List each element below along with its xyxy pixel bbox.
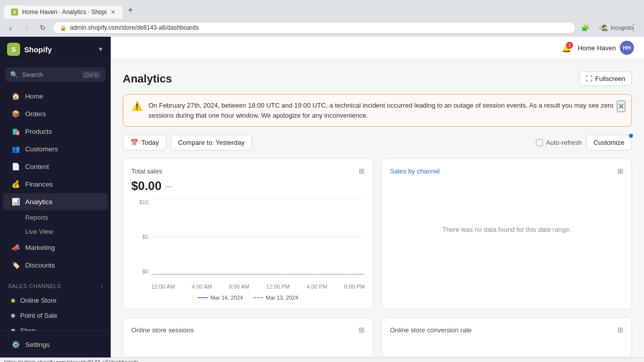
tab-favicon: S xyxy=(11,9,18,16)
sales-channels-expand-icon[interactable]: › xyxy=(101,283,103,290)
sidebar-item-finances[interactable]: 💰 Finances xyxy=(3,175,108,193)
warning-icon: ⚠️ xyxy=(131,101,142,112)
sidebar-item-settings-label: Settings xyxy=(25,341,50,348)
legend-yesterday: Mar 13, 2024 xyxy=(253,295,298,301)
conversion-rate-icon[interactable]: ⊞ xyxy=(617,326,623,334)
compare-button[interactable]: Compare to: Yesterday xyxy=(171,135,252,150)
alert-close-button[interactable]: ✕ xyxy=(617,101,625,112)
total-sales-value: $0.00 — xyxy=(131,179,365,193)
products-icon: 🛍️ xyxy=(11,127,20,136)
fullscreen-icon: ⛶ xyxy=(586,75,592,82)
forward-button[interactable]: › xyxy=(20,21,33,34)
customers-icon: 👥 xyxy=(11,144,20,153)
online-store-sessions-title: Online store sessions xyxy=(131,326,194,334)
close-tab-icon[interactable]: ✕ xyxy=(111,9,116,16)
online-store-sessions-header: Online store sessions ⊞ xyxy=(131,326,365,334)
conversion-rate-header: Online store conversion rate ⊞ xyxy=(390,326,623,334)
x-label-2: 8:00 AM xyxy=(229,284,249,290)
chart-x-axis: 12:00 AM 4:00 AM 8:00 AM 12:00 PM 4:00 P… xyxy=(151,280,365,290)
profile-button[interactable]: 🕵️ Incognito xyxy=(611,21,624,34)
sidebar-item-discounts[interactable]: 🏷️ Discounts xyxy=(3,256,108,274)
sidebar-item-online-store[interactable]: Online Store xyxy=(3,293,108,308)
bottom-cards: Online store sessions ⊞ Online store con… xyxy=(111,309,644,357)
sidebar-item-content-label: Content xyxy=(25,163,49,170)
sidebar-item-pos[interactable]: Point of Sale xyxy=(3,308,108,323)
sidebar-item-analytics[interactable]: 📊 Analytics xyxy=(3,193,108,210)
toolbar-right: Auto-refresh Customize xyxy=(536,135,632,150)
logo-icon: S xyxy=(7,43,20,56)
alert-text: On February 27th, 2024, between 18:00 UT… xyxy=(148,101,623,120)
browser-tab[interactable]: S Home Haven · Analytics · Shopi ✕ xyxy=(4,6,123,19)
content-icon: 📄 xyxy=(11,162,20,171)
date-button[interactable]: 📅 Today xyxy=(123,135,167,150)
total-sales-header: Total sales ⊞ xyxy=(131,167,365,175)
store-name: Home Haven xyxy=(578,44,616,52)
top-bar: 🔔 1 Home Haven HH xyxy=(111,37,644,59)
address-bar[interactable]: 🔒 admin.shopify.com/store/de8143-a6/dash… xyxy=(52,22,576,34)
compare-label: Compare to: Yesterday xyxy=(178,139,245,146)
sidebar-item-products[interactable]: 🛍️ Products xyxy=(3,123,108,140)
main-content: 🔔 1 Home Haven HH Analytics ⛶ Fullscreen… xyxy=(111,37,644,357)
sidebar-item-home[interactable]: 🏠 Home xyxy=(3,87,108,105)
date-label: Today xyxy=(141,139,159,146)
sidebar-item-orders-label: Orders xyxy=(25,110,46,118)
sidebar-item-orders[interactable]: 📦 Orders xyxy=(3,105,108,122)
online-store-dot xyxy=(11,299,15,303)
yesterday-line xyxy=(253,297,263,298)
total-sales-icon[interactable]: ⊞ xyxy=(359,167,365,175)
chart-y-axis: $10 $5 $0 xyxy=(131,199,151,275)
notification-button[interactable]: 🔔 1 xyxy=(561,43,572,53)
store-name-area[interactable]: Home Haven HH xyxy=(578,41,634,55)
dashboard-grid: Total sales ⊞ $0.00 — $10 $5 $0 xyxy=(111,158,644,309)
fullscreen-button[interactable]: ⛶ Fullscreen xyxy=(579,71,632,86)
sidebar-item-marketing[interactable]: 📣 Marketing xyxy=(3,239,108,256)
notification-badge: 1 xyxy=(566,42,573,49)
sidebar-item-customers[interactable]: 👥 Customers xyxy=(3,140,108,157)
reload-button[interactable]: ↻ xyxy=(36,21,49,34)
sidebar-item-shop-label: Shop xyxy=(20,327,35,331)
sales-by-channel-header: Sales by channel ⊞ xyxy=(390,167,623,175)
chart-canvas xyxy=(151,199,365,275)
total-sales-change: — xyxy=(166,183,172,190)
sales-by-channel-icon[interactable]: ⊞ xyxy=(617,167,623,175)
y-label-0: $0 xyxy=(142,268,148,275)
auto-refresh-label[interactable]: Auto-refresh xyxy=(536,139,582,146)
customize-button[interactable]: Customize xyxy=(586,135,632,150)
analytics-icon: 📊 xyxy=(11,197,20,206)
menu-button[interactable]: ⋮ xyxy=(627,21,640,34)
dropdown-arrow-icon[interactable]: ▼ xyxy=(98,46,104,53)
shopify-logo: S Shopify xyxy=(7,43,52,56)
conversion-rate-card: Online store conversion rate ⊞ xyxy=(381,317,632,357)
sidebar-item-pos-label: Point of Sale xyxy=(20,312,57,319)
browser-toolbar: ‹ › ↻ 🔒 admin.shopify.com/store/de8143-a… xyxy=(0,19,644,37)
alert-banner: ⚠️ On February 27th, 2024, between 18:00… xyxy=(123,94,632,127)
sidebar-header: S Shopify ▼ xyxy=(0,37,111,62)
sidebar-item-shop[interactable]: Shop xyxy=(3,323,108,331)
new-tab-button[interactable]: + xyxy=(123,3,138,18)
auto-refresh-checkbox[interactable] xyxy=(536,139,543,146)
sidebar: S Shopify ▼ 🔍 Search Ctrl K 🏠 Home 📦 Ord… xyxy=(0,37,111,357)
sidebar-item-content[interactable]: 📄 Content xyxy=(3,158,108,175)
toolbar-left: 📅 Today Compare to: Yesterday xyxy=(123,135,252,150)
sidebar-search[interactable]: 🔍 Search Ctrl K xyxy=(5,67,106,82)
sidebar-sub-liveview[interactable]: Live View xyxy=(3,225,108,238)
y-label-10: $10 xyxy=(139,199,148,205)
sidebar-sub-reports[interactable]: Reports xyxy=(3,211,108,224)
sales-by-channel-title[interactable]: Sales by channel xyxy=(390,167,440,175)
sidebar-item-online-store-label: Online Store xyxy=(20,297,56,304)
online-store-sessions-icon[interactable]: ⊞ xyxy=(359,326,365,334)
sidebar-sub-reports-label: Reports xyxy=(25,214,48,221)
extensions-button[interactable]: 🧩 xyxy=(579,21,592,34)
total-sales-chart: $10 $5 $0 xyxy=(131,199,365,290)
discounts-icon: 🏷️ xyxy=(11,260,20,269)
sales-by-channel-card: Sales by channel ⊞ There was no data fou… xyxy=(381,158,632,309)
browser-tab-bar: S Home Haven · Analytics · Shopi ✕ + xyxy=(0,0,644,19)
x-label-1: 4:00 AM xyxy=(192,284,212,290)
sales-channels-section: Sales channels › Online Store Point of S… xyxy=(0,280,111,331)
x-label-3: 12:00 PM xyxy=(266,284,290,290)
sidebar-item-settings[interactable]: ⚙️ Settings xyxy=(3,336,108,353)
customize-dot xyxy=(629,134,633,138)
legend-today-label: Mar 14, 2024 xyxy=(210,295,243,301)
back-button[interactable]: ‹ xyxy=(4,21,17,34)
page-title: Analytics xyxy=(123,72,172,85)
